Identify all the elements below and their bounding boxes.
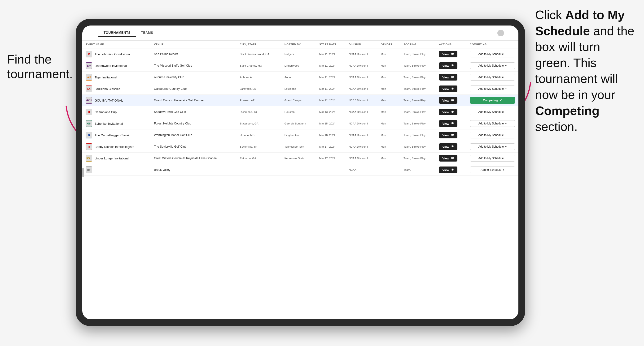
view-button[interactable]: View 👁 xyxy=(439,51,457,57)
hosted-by-text: Binghamton xyxy=(284,134,299,137)
user-avatar xyxy=(497,30,504,36)
tablet-side-button xyxy=(82,168,84,177)
col-division: DIVISION xyxy=(346,41,378,48)
table-row: GCU GCU INVITATIONAL Grand Canyon Univer… xyxy=(82,95,518,106)
col-hosted-by: HOSTED BY xyxy=(281,41,316,48)
add-to-schedule-button[interactable]: Add to My Schedule + xyxy=(470,62,515,69)
tab-teams[interactable]: TEAMS xyxy=(136,29,158,37)
add-to-schedule-button[interactable]: Add to My Schedule + xyxy=(470,109,515,115)
add-to-schedule-button[interactable]: Add to My Schedule + xyxy=(470,120,515,127)
actions-cell[interactable]: View 👁 xyxy=(436,129,466,141)
view-button[interactable]: View 👁 xyxy=(439,85,457,92)
view-button[interactable]: View 👁 xyxy=(439,132,457,138)
view-button[interactable]: View 👁 xyxy=(439,167,457,173)
add-schedule-label: Add to My Schedule xyxy=(478,145,504,148)
competing-cell[interactable]: Add to My Schedule + xyxy=(466,72,518,83)
city-state-cell: Saint Simons Island, GA xyxy=(236,48,281,60)
division-cell: NCAA Division I xyxy=(346,153,378,164)
competing-button[interactable]: Competing ✓ xyxy=(470,97,515,104)
view-button[interactable]: View 👁 xyxy=(439,155,457,162)
view-button[interactable]: View 👁 xyxy=(439,109,457,115)
competing-cell[interactable]: Add to My Schedule + xyxy=(466,153,518,164)
event-name-cell: B The Carpetbagger Classic xyxy=(82,129,151,141)
actions-cell[interactable]: View 👁 xyxy=(436,48,466,60)
add-to-schedule-button[interactable]: Add to My Schedule + xyxy=(470,132,515,138)
table-row: B The Carpetbagger Classic Worthington M… xyxy=(82,129,518,141)
scoring-cell: Team, Stroke Play xyxy=(400,60,436,72)
gender-text: Men xyxy=(381,76,386,79)
city-state-text: Saint Simons Island, GA xyxy=(240,53,270,55)
start-date-text: Mar 11, 2024 xyxy=(319,64,335,67)
competing-cell[interactable]: Add to My Schedule + xyxy=(466,83,518,95)
table-row: BV Brook ValleyNCAATeam, View 👁 Add to S… xyxy=(82,164,518,176)
gender-text: Men xyxy=(381,111,386,113)
start-date-cell: Mar 11, 2024 xyxy=(316,72,346,83)
eye-icon: 👁 xyxy=(451,168,454,172)
division-text: NCAA Division I xyxy=(349,122,368,125)
check-icon: ✓ xyxy=(499,99,502,102)
actions-cell[interactable]: View 👁 xyxy=(436,153,466,164)
table-row: R The Johnnie - O Individual Sea Palms R… xyxy=(82,48,518,60)
actions-cell[interactable]: View 👁 xyxy=(436,164,466,176)
gender-cell: Men xyxy=(378,60,400,72)
actions-cell[interactable]: View 👁 xyxy=(436,72,466,83)
scoring-text: Team, Stroke Play xyxy=(404,145,426,148)
venue-text: Great Waters Course At Reynolds Lake Oco… xyxy=(154,157,217,160)
actions-cell[interactable]: View 👁 xyxy=(436,118,466,129)
event-name-cell: BV xyxy=(82,164,151,176)
scoring-cell: Team, Stroke Play xyxy=(400,141,436,153)
event-name-cell: R The Johnnie - O Individual xyxy=(82,48,151,60)
competing-cell[interactable]: Add to My Schedule + xyxy=(466,48,518,60)
venue-cell: Grand Canyon University Golf Course xyxy=(151,95,236,106)
view-button[interactable]: View 👁 xyxy=(439,120,457,127)
city-state-text: Phoenix, AZ xyxy=(240,99,254,102)
add-to-schedule-button[interactable]: Add to My Schedule + xyxy=(470,155,515,162)
view-button[interactable]: View 👁 xyxy=(439,97,457,104)
hosted-by-text: Auburn xyxy=(284,76,293,79)
scoring-cell: Team, xyxy=(400,164,436,176)
actions-cell[interactable]: View 👁 xyxy=(436,83,466,95)
add-schedule-label: Add to My Schedule xyxy=(478,52,504,56)
competing-cell[interactable]: Add to My Schedule + xyxy=(466,60,518,72)
start-date-cell: Mar 15, 2024 xyxy=(316,118,346,129)
scoring-text: Team, Stroke Play xyxy=(404,134,426,137)
city-state-cell: Saint Charles, MO xyxy=(236,60,281,72)
division-cell: NCAA Division I xyxy=(346,95,378,106)
add-schedule-label: Add to Schedule xyxy=(480,168,502,172)
competing-cell[interactable]: Add to Schedule + xyxy=(466,164,518,176)
gender-cell: Men xyxy=(378,153,400,164)
view-button[interactable]: View 👁 xyxy=(439,62,457,69)
start-date-cell: Mar 11, 2024 xyxy=(316,83,346,95)
competing-cell[interactable]: Add to My Schedule + xyxy=(466,129,518,141)
scoring-cell: Team, Stroke Play xyxy=(400,118,436,129)
add-to-schedule-button[interactable]: Add to My Schedule + xyxy=(470,85,515,92)
division-cell: NCAA Division I xyxy=(346,106,378,118)
competing-cell[interactable]: Add to My Schedule + xyxy=(466,106,518,118)
gender-cell: Men xyxy=(378,129,400,141)
city-state-cell: Statesboro, GA xyxy=(236,118,281,129)
competing-cell[interactable]: Add to My Schedule + xyxy=(466,118,518,129)
actions-cell[interactable]: View 👁 xyxy=(436,141,466,153)
view-button[interactable]: View 👁 xyxy=(439,74,457,81)
actions-cell[interactable]: View 👁 xyxy=(436,60,466,72)
add-to-schedule-button[interactable]: Add to My Schedule + xyxy=(470,51,515,57)
gender-cell: Men xyxy=(378,106,400,118)
add-to-schedule-button[interactable]: Add to My Schedule + xyxy=(470,74,515,81)
start-date-cell: Mar 17, 2024 xyxy=(316,141,346,153)
actions-cell[interactable]: View 👁 xyxy=(436,106,466,118)
view-button[interactable]: View 👁 xyxy=(439,143,457,150)
hosted-by-cell: Lindenwood xyxy=(281,60,316,72)
event-name-cell: KSU Linger Longer Invitational xyxy=(82,153,151,164)
table-row: AU Tiger Invitational Auburn University … xyxy=(82,72,518,83)
gender-text: Men xyxy=(381,145,386,148)
add-to-schedule-button[interactable]: Add to Schedule + xyxy=(470,167,515,173)
competing-cell[interactable]: Add to My Schedule + xyxy=(466,141,518,153)
division-text: NCAA Division I xyxy=(349,111,368,113)
col-venue: VENUE xyxy=(151,41,236,48)
scoring-text: Team, Stroke Play xyxy=(404,76,426,79)
tab-tournaments[interactable]: TOURNAMENTS xyxy=(98,29,136,37)
competing-cell[interactable]: Competing ✓ xyxy=(466,95,518,106)
add-to-schedule-button[interactable]: Add to My Schedule + xyxy=(470,143,515,150)
event-name-cell: TT Bobby Nichols Intercollegiate xyxy=(82,141,151,153)
actions-cell[interactable]: View 👁 xyxy=(436,95,466,106)
